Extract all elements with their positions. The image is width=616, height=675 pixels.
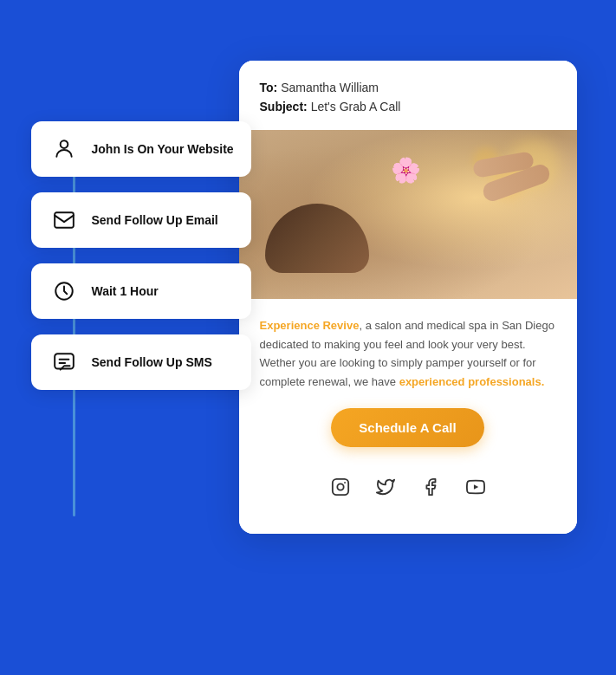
svg-point-7 [337,484,343,490]
workflow-card-wait[interactable]: Wait 1 Hour [31,263,251,319]
card-label-sms: Send Follow Up SMS [92,355,212,369]
workflow-card-email[interactable]: Send Follow Up Email [31,192,251,248]
schedule-call-button[interactable]: Schedule A Call [331,408,483,447]
card-label-email: Send Follow Up Email [92,213,218,227]
card-label-wait: Wait 1 Hour [92,284,159,298]
email-to-line: To: Samantha William [260,78,556,97]
email-subject-line: Subject: Let's Grab A Call [260,97,556,116]
youtube-icon[interactable] [464,475,488,499]
to-label: To: [260,81,278,94]
highlight-text: experienced professionals. [399,375,545,388]
svg-point-8 [344,482,346,484]
social-icons [260,464,556,516]
subject-label: Subject: [260,100,308,114]
workflow-card-john[interactable]: John Is On Your Website [31,121,251,177]
svg-point-0 [60,140,68,148]
workflow-cards: John Is On Your Website Send Follow Up E… [31,121,251,390]
to-value: Samantha William [281,81,379,94]
workflow-card-sms[interactable]: Send Follow Up SMS [31,334,251,390]
email-header: To: Samantha William Subject: Let's Grab… [239,61,577,131]
instagram-icon[interactable] [328,475,353,499]
clock-icon [49,276,80,307]
email-body: Experience Revive, a salon and medical s… [239,299,577,534]
email-icon [49,204,80,236]
email-card: To: Samantha William Subject: Let's Grab… [239,61,577,535]
card-label-john: John Is On Your Website [92,142,234,156]
flower-decoration: 🌸 [391,156,421,185]
svg-rect-6 [332,479,347,495]
scene-container: John Is On Your Website Send Follow Up E… [14,17,603,659]
svg-marker-9 [473,484,477,490]
spa-image: 🌸 [239,130,577,299]
brand-name: Experience Revive [260,319,360,332]
subject-value: Let's Grab A Call [311,100,401,114]
person-icon [49,133,80,165]
facebook-icon[interactable] [418,475,443,499]
sms-icon [49,347,80,378]
twitter-icon[interactable] [373,475,398,499]
svg-rect-1 [55,212,74,227]
email-body-text: Experience Revive, a salon and medical s… [260,316,556,391]
